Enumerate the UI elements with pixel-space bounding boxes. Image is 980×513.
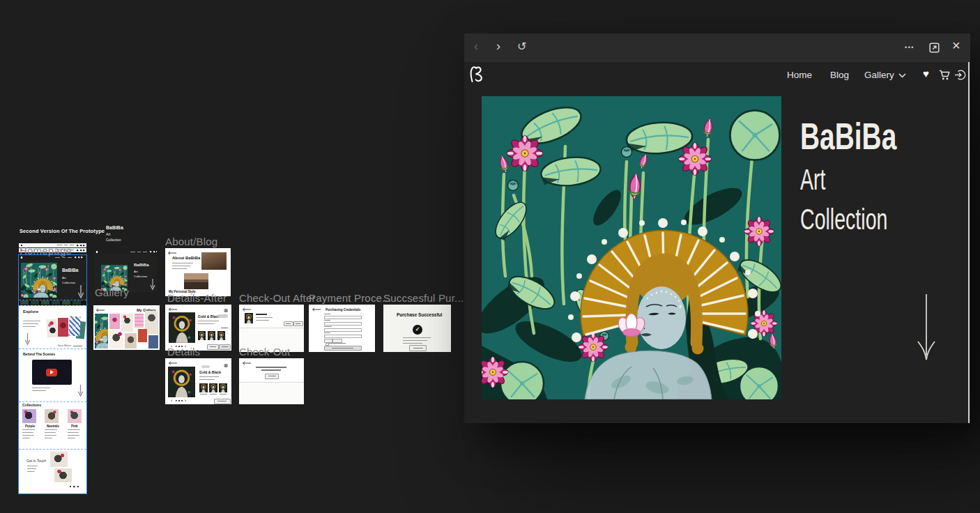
babiba-logo-icon[interactable] bbox=[468, 66, 484, 83]
wishlist-heart-icon[interactable]: ♥ bbox=[923, 68, 929, 79]
video-thumbnail bbox=[32, 360, 72, 385]
play-button[interactable] bbox=[46, 369, 57, 376]
confirm-button[interactable] bbox=[265, 374, 279, 379]
nav-link-gallery[interactable]: Gallery bbox=[864, 70, 894, 80]
nav-link-blog[interactable]: Blog bbox=[830, 70, 849, 80]
behind-title: Behind The Scenes bbox=[23, 352, 55, 356]
checkout-button-1[interactable] bbox=[284, 321, 293, 326]
card-purple-image bbox=[22, 409, 36, 423]
details-button-2[interactable] bbox=[219, 344, 231, 350]
frame-label-checkout-after[interactable]: Check-Out After bbox=[239, 292, 316, 304]
explore-down-arrow bbox=[24, 333, 31, 345]
frame-payment[interactable]: Purchasing Credentials bbox=[309, 305, 375, 352]
footer-social-icons bbox=[69, 485, 79, 489]
product-badge bbox=[218, 314, 228, 318]
canvas-section-title[interactable]: Second Version Of The Prototype bbox=[20, 228, 105, 234]
card-pink-label: Pink bbox=[71, 424, 78, 428]
scroll-down-arrow bbox=[916, 293, 937, 371]
homepage-collections: Collections Purple Neutrals Pink bbox=[19, 401, 86, 449]
frame-label-gallery[interactable]: Gallery bbox=[95, 286, 129, 298]
field-label bbox=[324, 320, 330, 321]
payment-method-box-2[interactable] bbox=[332, 339, 342, 343]
site-hero-line2: Collection bbox=[800, 203, 887, 236]
product-thumb-3[interactable] bbox=[217, 331, 225, 340]
hero-artwork-thumb bbox=[21, 263, 57, 298]
product-thumb-3[interactable] bbox=[219, 383, 227, 392]
gallery-tile bbox=[121, 314, 133, 332]
product-thumb-2[interactable] bbox=[209, 383, 217, 392]
submit-button[interactable] bbox=[324, 346, 362, 351]
input-field-1[interactable] bbox=[324, 316, 362, 320]
frame-details[interactable]: ⊗ Gold & Black ‹ › bbox=[165, 358, 231, 404]
close-circle-icon[interactable]: ⊗ bbox=[224, 307, 229, 314]
hero-alt-navbar bbox=[94, 250, 157, 254]
carousel-next-icon[interactable]: › bbox=[185, 398, 186, 403]
success-button[interactable] bbox=[409, 345, 427, 351]
frame-divider bbox=[19, 401, 86, 402]
footer-title: Get In Touch bbox=[26, 459, 46, 463]
homepage-explore: Explore See More bbox=[19, 305, 86, 349]
product-thumb-1[interactable] bbox=[199, 383, 208, 392]
see-more-arrow bbox=[73, 346, 82, 346]
frame-label-payment[interactable]: Payment Proce... bbox=[309, 292, 391, 304]
see-more-label: See More bbox=[58, 344, 71, 347]
close-button[interactable]: × bbox=[952, 38, 960, 54]
frame-label-details-after[interactable]: Details-After bbox=[167, 292, 227, 304]
card-neutrals-label: Neutrals bbox=[47, 424, 59, 428]
card-purple-lines bbox=[22, 429, 35, 440]
product-thumb-2[interactable] bbox=[208, 331, 215, 340]
close-circle-icon[interactable]: ⊗ bbox=[224, 362, 229, 369]
about-title: About BaBiBa bbox=[172, 255, 200, 260]
frame-label-homepage[interactable]: Homepage bbox=[20, 245, 72, 256]
frame-success[interactable]: Purchase Successful ✓ bbox=[383, 305, 451, 352]
hero-thumb-line2: Collection bbox=[62, 281, 75, 284]
about-photo-1 bbox=[201, 252, 227, 270]
details-button-1[interactable] bbox=[207, 344, 219, 350]
homepage-footer: Get In Touch bbox=[19, 449, 86, 493]
frame-checkout[interactable] bbox=[239, 358, 304, 404]
preview-scrollbar[interactable] bbox=[968, 62, 970, 423]
back-button[interactable]: ‹ bbox=[474, 39, 478, 54]
behind-down-arrow bbox=[77, 385, 84, 397]
prototype-preview-window: ‹ › ↺ ••• × Home Blog Gallery ♥ BaBiB bbox=[464, 33, 970, 423]
frame-about[interactable]: About BaBiBa My Personal Style bbox=[165, 248, 231, 296]
hero-thumb-title: BaBiBa bbox=[62, 268, 78, 273]
frame-gallery[interactable]: My Gallery bbox=[93, 305, 160, 350]
back-arrow-icon bbox=[312, 307, 321, 312]
frame-checkout-after[interactable] bbox=[239, 305, 304, 352]
reload-button[interactable]: ↺ bbox=[517, 40, 526, 53]
more-options-button[interactable]: ••• bbox=[905, 44, 914, 51]
frame-label-success[interactable]: Succsesful Pur... bbox=[383, 292, 464, 304]
question-line-1 bbox=[256, 367, 286, 368]
carousel-prev-icon[interactable]: ‹ bbox=[171, 398, 172, 403]
forward-button[interactable]: › bbox=[496, 39, 500, 54]
floating-line2: Collection bbox=[106, 238, 121, 243]
checkout-button-2[interactable] bbox=[293, 321, 303, 326]
nav-link-home[interactable]: Home bbox=[787, 70, 812, 80]
frame-details-after[interactable]: ⊗ Gold & Black ‹ › bbox=[165, 305, 231, 351]
details-button[interactable] bbox=[214, 399, 231, 404]
product-artwork bbox=[168, 367, 195, 397]
explore-image-white-flowers bbox=[46, 319, 58, 338]
frame-homepage[interactable]: BaBiBa Art Collection Explore See More B… bbox=[19, 255, 86, 493]
figma-canvas[interactable]: Second Version Of The Prototype BaBiBa A… bbox=[0, 0, 464, 513]
product-thumb-1[interactable] bbox=[198, 331, 206, 340]
frame-hero-alt[interactable]: BaBiBa Art Collection bbox=[94, 250, 157, 292]
open-in-new-window-button[interactable] bbox=[929, 43, 940, 53]
field-label bbox=[324, 314, 330, 314]
hero-alt-line1: Art bbox=[134, 270, 138, 273]
sign-in-icon[interactable] bbox=[954, 69, 966, 81]
input-field-4[interactable] bbox=[324, 335, 362, 339]
chevron-down-icon[interactable] bbox=[898, 73, 906, 78]
frame-label-about[interactable]: About/Blog bbox=[165, 236, 217, 247]
input-field-2[interactable] bbox=[324, 322, 362, 326]
gallery-tile bbox=[125, 333, 137, 349]
frame-label-details[interactable]: Details bbox=[167, 346, 200, 358]
success-check-circle: ✓ bbox=[413, 325, 422, 335]
cart-icon[interactable] bbox=[939, 70, 951, 81]
preview-titlebar[interactable]: ‹ › ↺ ••• × bbox=[464, 33, 970, 62]
footer-image-2 bbox=[54, 468, 72, 482]
frame-label-checkout[interactable]: Check-Out bbox=[239, 346, 291, 358]
input-field-3[interactable] bbox=[324, 328, 362, 332]
hero-alt-title: BaBiBa bbox=[134, 262, 149, 267]
